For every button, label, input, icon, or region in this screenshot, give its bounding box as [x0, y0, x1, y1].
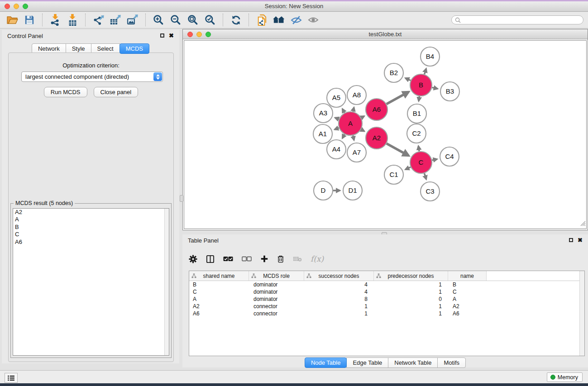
task-history-button[interactable]	[5, 373, 18, 383]
create-column-icon[interactable]	[260, 255, 268, 263]
graph-edge-A-A7[interactable]	[353, 135, 354, 140]
run-mcds-button[interactable]: Run MCDS	[44, 87, 87, 97]
close-panel-button[interactable]: Close panel	[94, 87, 139, 97]
graph-edge-A-A5[interactable]	[342, 109, 344, 113]
export-network-icon[interactable]	[91, 13, 105, 27]
search-field[interactable]	[451, 15, 583, 24]
zoom-selected-icon[interactable]	[203, 13, 217, 27]
float-panel-icon[interactable]	[569, 238, 573, 242]
graph-edge-A-A3[interactable]	[335, 118, 339, 119]
graph-edge-C-C2[interactable]	[418, 146, 419, 152]
mcds-result-scrollbar[interactable]	[164, 209, 169, 355]
delete-column-icon[interactable]	[277, 255, 284, 263]
optimization-criterion-select[interactable]: largest connected component (directed)	[21, 71, 163, 82]
graph-node-label: B	[419, 81, 423, 89]
table-scrollbar[interactable]	[579, 271, 584, 356]
attribute-icon	[191, 273, 196, 278]
table-cell: B	[448, 281, 487, 288]
open-file-icon[interactable]	[5, 13, 19, 27]
graph-edge-C-C3[interactable]	[424, 173, 426, 179]
table-cell: A6	[448, 310, 487, 317]
mcds-result-item[interactable]: A	[13, 216, 169, 223]
copy-network-view-icon[interactable]	[255, 13, 268, 27]
hide-graphics-details-icon[interactable]	[289, 13, 303, 27]
graph-edge-A2-C[interactable]	[387, 143, 409, 156]
column-header-name[interactable]: name	[448, 271, 487, 281]
float-panel-icon[interactable]	[160, 33, 164, 38]
tab-edge-table[interactable]: Edge Table	[346, 357, 388, 368]
select-all-columns-icon[interactable]	[223, 256, 233, 262]
graph-edge-A-A1[interactable]	[335, 128, 339, 130]
vertical-splitter-grip[interactable]	[180, 195, 183, 202]
network-canvas[interactable]: B4B2BB3A8A5A6A3B1AA1C2A2A4A7C4CC1C3DD1	[184, 40, 587, 229]
close-panel-icon[interactable]: ✖	[578, 238, 583, 243]
table-cell: 8	[304, 296, 374, 302]
table-row[interactable]: Bdominator41B	[189, 281, 584, 288]
tab-network-table[interactable]: Network Table	[388, 357, 438, 368]
show-columns-icon[interactable]	[206, 255, 215, 263]
table-cell: dominator	[249, 296, 304, 302]
graph-edge-B-B2[interactable]	[406, 78, 411, 80]
graph-edge-A6-B[interactable]	[387, 92, 409, 104]
memory-button[interactable]: Memory	[547, 372, 583, 382]
graph-edge-B-B3[interactable]	[432, 87, 437, 89]
table-cell: C	[448, 289, 487, 295]
graph-node-label: B2	[390, 69, 398, 76]
import-network-icon[interactable]	[48, 13, 62, 27]
column-header-successor-nodes[interactable]: successor nodes	[304, 271, 374, 281]
export-table-icon[interactable]	[109, 13, 122, 27]
toolbar-separator	[249, 14, 249, 26]
close-panel-icon[interactable]: ✖	[169, 33, 174, 38]
close-window-button[interactable]	[5, 4, 10, 9]
search-input[interactable]	[463, 16, 578, 24]
graph-edge-A-A6[interactable]	[361, 116, 364, 118]
graph-edge-A-A4[interactable]	[342, 134, 344, 138]
tab-motifs[interactable]: Motifs	[437, 357, 466, 368]
export-image-icon[interactable]	[126, 13, 139, 27]
table-row[interactable]: Adominator80A	[189, 295, 584, 303]
network-minimize-button[interactable]	[196, 32, 202, 37]
status-bar: Memory	[0, 370, 588, 383]
column-header-shared-name[interactable]: shared name	[189, 271, 249, 281]
home-layout-icon[interactable]	[272, 13, 286, 27]
mcds-result-item[interactable]: A6	[13, 238, 169, 246]
tab-node-table[interactable]: Node Table	[305, 357, 347, 368]
graph-node-label: C1	[389, 171, 398, 178]
save-session-icon[interactable]	[23, 13, 36, 27]
tab-mcds[interactable]: MCDS	[120, 43, 149, 54]
dropdown-stepper-icon	[153, 72, 162, 81]
column-header-mcds-role[interactable]: MCDS role	[249, 271, 304, 281]
resize-grip-icon[interactable]	[580, 220, 586, 228]
import-table-icon[interactable]	[66, 13, 79, 27]
network-zoom-button[interactable]	[206, 32, 211, 37]
graph-edge-C-C4[interactable]	[432, 159, 437, 160]
zoom-out-icon[interactable]	[169, 13, 182, 27]
graph-edge-A-A8[interactable]	[353, 107, 354, 111]
app-title: Session: New Session	[0, 1, 588, 11]
minimize-window-button[interactable]	[14, 4, 19, 9]
graph-node-label: A8	[353, 91, 361, 99]
table-settings-gear-icon[interactable]	[189, 255, 197, 263]
mcds-result-item[interactable]: C	[13, 231, 169, 238]
deselect-all-columns-icon[interactable]	[242, 256, 252, 262]
graph-node-label: B4	[426, 52, 434, 60]
network-graph: B4B2BB3A8A5A6A3B1AA1C2A2A4A7C4CC1C3DD1	[184, 41, 587, 230]
table-row[interactable]: A2connector11A2	[189, 303, 584, 310]
column-header-predecessor-nodes[interactable]: predecessor nodes	[374, 271, 448, 281]
table-row[interactable]: Cdominator41C	[189, 288, 584, 295]
graph-edge-C-C1[interactable]	[406, 167, 411, 169]
graph-edge-A-A2[interactable]	[361, 129, 364, 131]
zoom-fit-icon[interactable]	[186, 13, 200, 27]
mcds-result-item[interactable]: A2	[13, 209, 169, 216]
graph-edge-B-B4[interactable]	[425, 69, 426, 74]
graph-node-label: C2	[412, 129, 421, 137]
zoom-in-icon[interactable]	[152, 13, 165, 27]
table-row[interactable]: A6connector11A6	[189, 310, 584, 317]
show-graphics-details-icon[interactable]	[306, 13, 320, 27]
zoom-window-button[interactable]	[23, 4, 28, 9]
refresh-network-icon[interactable]	[229, 13, 243, 27]
mcds-result-item[interactable]: B	[13, 224, 169, 231]
network-close-button[interactable]	[187, 32, 193, 37]
search-icon	[455, 17, 461, 23]
graph-edge-B-B1[interactable]	[419, 96, 420, 101]
